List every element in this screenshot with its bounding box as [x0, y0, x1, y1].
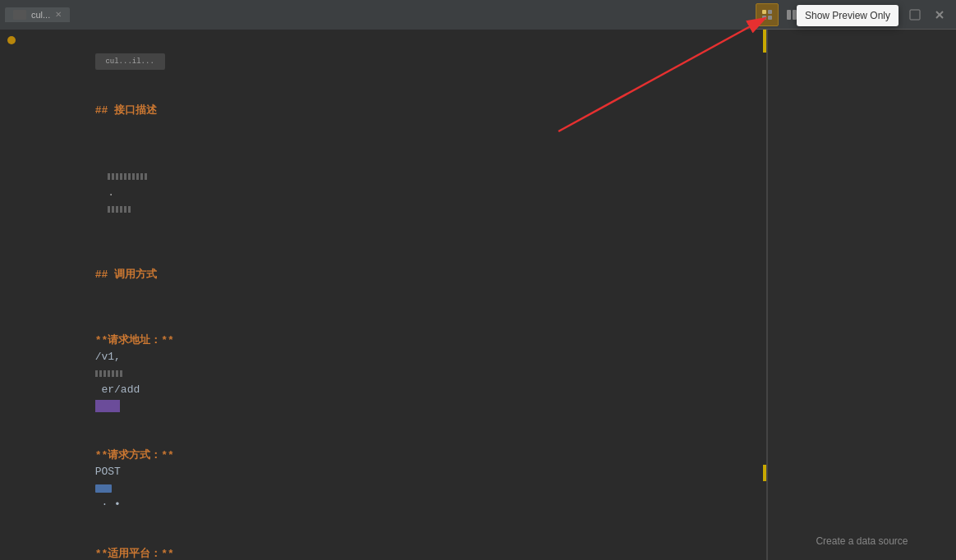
editor-panel: cul...il... ## 接口描述 [0, 30, 768, 560]
line-empty-1 [0, 300, 766, 316]
svg-rect-3 [768, 16, 772, 20]
right-panel: Create a data source [768, 30, 956, 560]
file-tabs: cul... ✕ [0, 0, 756, 30]
desc-pixel-dots: . [18, 170, 149, 232]
line-platform: **适用平台：** 里 → [0, 530, 766, 560]
scroll-marker-mid [763, 465, 766, 481]
yellow-scroll-bar [763, 30, 766, 560]
svg-rect-0 [762, 10, 766, 14]
preview-label: Show Preview Only [805, 10, 890, 21]
label-platform: **适用平台：** [95, 548, 181, 560]
toolbar: cul... ✕ [0, 0, 956, 30]
svg-rect-4 [787, 10, 791, 20]
tab-close-icon[interactable]: ✕ [55, 10, 62, 19]
file-tab-label: cul... [31, 10, 50, 20]
line-request-url: **请求地址：** /v1, er/add [0, 316, 766, 431]
show-preview-only-button[interactable]: Show Preview Only [797, 5, 899, 26]
url-er-add: er/add [95, 383, 140, 396]
method-highlight [95, 484, 112, 493]
editor-content[interactable]: cul...il... ## 接口描述 [0, 30, 766, 560]
label-url: **请求地址：** [95, 334, 181, 347]
svg-rect-16 [910, 10, 920, 20]
toolbar-icon-1[interactable] [756, 3, 779, 26]
url-v1: /v1, [95, 351, 121, 363]
method-extra: · • [95, 498, 121, 511]
method-post: POST [95, 466, 121, 478]
heading-usage: ## 调用方式 [95, 269, 157, 281]
create-datasource-label: Create a data source [816, 535, 908, 547]
heading-interface: ## 接口描述 [95, 104, 157, 117]
svg-rect-2 [762, 16, 766, 20]
url-highlight [95, 400, 120, 412]
main-area: cul...il... ## 接口描述 [0, 30, 956, 560]
line-marker [7, 36, 16, 44]
line-heading-usage: ## 调用方式 [0, 250, 766, 300]
svg-rect-1 [768, 10, 772, 14]
active-file-tab[interactable]: cul... ✕ [5, 7, 70, 22]
line-thumbnail: cul...il... [0, 36, 766, 86]
toolbar-icon-8[interactable] [928, 3, 951, 26]
scroll-marker-top [763, 30, 766, 53]
label-method: **请求方式：** [95, 449, 181, 461]
url-dots [95, 370, 124, 377]
app-container: cul... ✕ [0, 0, 956, 560]
line-desc-pixel: . [0, 135, 766, 250]
line-heading-interface: ## 接口描述 [0, 86, 766, 135]
toolbar-icon-7[interactable] [903, 3, 926, 26]
thumbnail-content: cul...il... [18, 36, 760, 86]
line-request-method: **请求方式：** POST · • [0, 431, 766, 530]
